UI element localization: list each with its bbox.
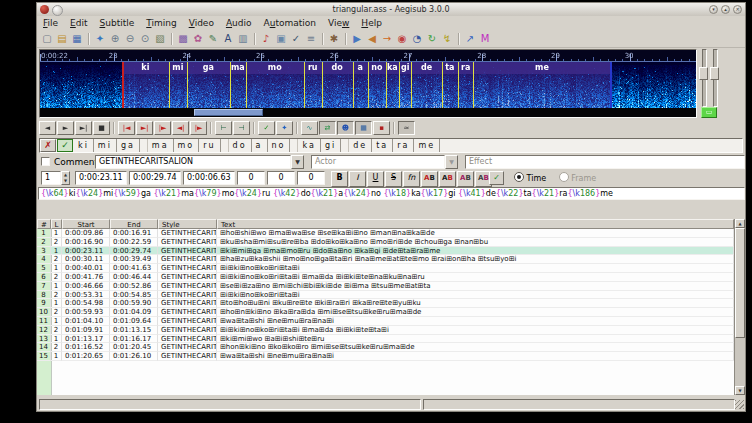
karaoke-syllable-divider[interactable] <box>246 62 247 108</box>
audio-spectrogram[interactable]: kimigamamorudoanokagidetarame <box>40 62 696 108</box>
commit-button[interactable]: ✓ <box>489 171 504 185</box>
menu-item-subtitle[interactable]: Subtitle <box>94 16 141 30</box>
volume-slider[interactable] <box>710 49 719 105</box>
selection-end-marker[interactable] <box>610 62 612 108</box>
karaoke-syllable-cell[interactable]: ra <box>393 139 414 152</box>
audio-timeline-ruler[interactable] <box>40 50 696 62</box>
menu-item-timing[interactable]: Timing <box>140 16 182 30</box>
zoom-out-icon[interactable]: ⊖ <box>123 32 137 46</box>
shift-to-frame-icon[interactable]: ◔ <box>410 32 424 46</box>
play-before-selection-button[interactable]: |► <box>190 121 207 135</box>
grid-row[interactable]: 1420:01:16.520:01:20.45GETINTHECARITSALI… <box>37 343 734 352</box>
open-subtitles-icon[interactable]: ▤ <box>55 32 69 46</box>
layer-spinner-arrows-icon[interactable]: ▲▼ <box>61 171 70 185</box>
karaoke-syllable-cell[interactable]: ki <box>74 139 94 152</box>
paste-over-icon[interactable]: ▣ <box>274 32 288 46</box>
volume-thumb[interactable] <box>710 67 719 80</box>
grid-scrollbar-thumb[interactable] <box>735 228 745 338</box>
audio-scrollbar-thumb[interactable] <box>194 109 263 116</box>
titlebar[interactable]: triangular.ass - Aegisub 3.0.0 ▾▴✕ <box>37 3 745 17</box>
actor-combobox[interactable]: Actor <box>311 155 445 169</box>
maximize-button[interactable]: ▴ <box>721 5 730 14</box>
play-selection-button[interactable]: ► <box>57 121 74 135</box>
karaoke-syllable-divider[interactable] <box>399 62 400 108</box>
underline-button[interactable]: U <box>367 171 384 187</box>
find-icon[interactable]: ✦ <box>93 32 107 46</box>
seek-back-icon[interactable]: ◀ <box>365 32 379 46</box>
close-button[interactable]: ✕ <box>733 5 742 14</box>
zoom-reset-icon[interactable]: ⊙ <box>138 32 152 46</box>
grid-row[interactable]: 620:00:41.760:00:46.44GETINTHECARITSALIO… <box>37 273 734 282</box>
play-500ms-before-button[interactable]: |◄ <box>118 121 135 135</box>
margin-left-field[interactable]: 0 <box>237 171 265 185</box>
link-zoom-volume-button[interactable]: ▭ <box>701 107 717 118</box>
go-to-selection-button[interactable]: ✦ <box>276 121 293 135</box>
audio-display[interactable]: kimigamamorudoanokagidetarame <box>39 49 697 118</box>
snap-to-scene-icon[interactable]: ◉ <box>395 32 409 46</box>
karaoke-syllable-cell[interactable]: a <box>252 139 268 152</box>
outline-color-button[interactable]: AB <box>457 171 474 187</box>
karaoke-syllable-divider[interactable] <box>473 62 474 108</box>
zoom-in-icon[interactable]: ⊕ <box>108 32 122 46</box>
spell-checker-icon[interactable]: ✓ <box>289 32 303 46</box>
resample-icon[interactable]: ↻ <box>425 32 439 46</box>
auto-next-line-toggle[interactable]: ☻ <box>337 121 354 135</box>
new-subtitles-icon[interactable]: ▢ <box>40 32 54 46</box>
karaoke-syllable-cell[interactable]: me <box>414 139 440 152</box>
frame-radio[interactable] <box>559 172 569 182</box>
end-time-field[interactable]: 0:00:29.74 <box>129 171 181 185</box>
karaoke-syllable-cell[interactable]: de <box>349 139 372 152</box>
karaoke-syllable-divider[interactable] <box>169 62 170 108</box>
menu-item-audio[interactable]: Audio <box>220 16 258 30</box>
properties-icon[interactable]: ≡ <box>304 32 318 46</box>
karaoke-syllable-cell[interactable]: do <box>229 139 252 152</box>
karaoke-syllable-divider[interactable] <box>442 62 443 108</box>
font-button[interactable]: fn <box>403 171 420 187</box>
lead-in-button[interactable]: ⊢ <box>215 121 232 135</box>
fonts-collector-icon[interactable]: A <box>221 32 235 46</box>
vertical-zoom-slider[interactable] <box>699 49 708 105</box>
grid-row[interactable]: 710:00:46.660:00:52.86GETINTHECARITSALIO… <box>37 282 734 291</box>
karaoke-cancel-button[interactable]: ✗ <box>40 139 56 152</box>
karaoke-syllable-divider[interactable] <box>458 62 459 108</box>
translation-assistant-icon[interactable]: ✎ <box>206 32 220 46</box>
karaoke-syllable-divider[interactable] <box>368 62 369 108</box>
lead-out-button[interactable]: ⊣ <box>233 121 250 135</box>
karaoke-syllable-cell[interactable]: ma <box>148 139 174 152</box>
spectrum-mode-toggle[interactable]: ▦ <box>355 121 372 135</box>
karaoke-syllable-cell[interactable]: no <box>268 139 291 152</box>
grid-row[interactable]: 1510:01:20.650:01:26.10GETINTHECARITSALI… <box>37 352 734 361</box>
grid-scroll-down-icon[interactable]: ▼ <box>735 386 745 395</box>
waveform-mode-toggle[interactable]: ▪ <box>373 121 390 135</box>
grid-scrollbar[interactable]: ▲ ▼ <box>734 219 745 395</box>
vertical-zoom-thumb[interactable] <box>699 67 708 80</box>
commit-button[interactable]: ✓ <box>258 121 275 135</box>
select-lines-icon[interactable]: ▥ <box>236 32 250 46</box>
play-first-500ms-button[interactable]: |► <box>154 121 171 135</box>
comment-checkbox[interactable] <box>41 157 50 166</box>
karaoke-syllable-cell[interactable]: mi <box>94 139 117 152</box>
menu-item-view[interactable]: View <box>322 16 355 30</box>
grid-row[interactable]: 1310:01:13.170:01:16.17GETINTHECARITSALI… <box>37 335 734 344</box>
menu-item-automation[interactable]: Automation <box>258 16 322 30</box>
margin-vertical-field[interactable]: 0 <box>297 171 325 185</box>
style-combobox-arrow-icon[interactable]: ▼ <box>291 155 304 169</box>
karaoke-syllable-cell[interactable]: mo <box>174 139 200 152</box>
play-500ms-after-button[interactable]: ►| <box>136 121 153 135</box>
menu-item-file[interactable]: File <box>37 16 64 30</box>
grid-row[interactable]: 910:00:54.980:00:59.90GETINTHECARITSALIO… <box>37 299 734 308</box>
grid-row[interactable]: 310:00:23.110:00:29.74GETINTHECARITSALIO… <box>37 247 734 256</box>
open-video-icon[interactable]: ▶ <box>350 32 364 46</box>
grid-row[interactable]: 420:00:30.110:00:39.49GETINTHECARITSALIO… <box>37 255 734 264</box>
play-selection-start-button[interactable]: ◄ <box>39 121 56 135</box>
grid-scroll-up-icon[interactable]: ▲ <box>735 219 745 228</box>
menu-item-help[interactable]: Help <box>355 16 388 30</box>
karaoke-syllable-cell[interactable]: ru <box>199 139 220 152</box>
shade-button[interactable]: ▾ <box>709 5 718 14</box>
duration-field[interactable]: 0:00:06.63 <box>183 171 235 185</box>
start-time-field[interactable]: 0:00:23.11 <box>75 171 127 185</box>
subtitle-text-input[interactable]: {\k64}ki{\k24}mi{\k59}ga {\k21}ma{\k79}m… <box>38 187 745 200</box>
bold-button[interactable]: B <box>331 171 348 187</box>
styling-assistant-icon[interactable]: ✿ <box>191 32 205 46</box>
actor-combobox-arrow-icon[interactable]: ▼ <box>445 155 458 169</box>
